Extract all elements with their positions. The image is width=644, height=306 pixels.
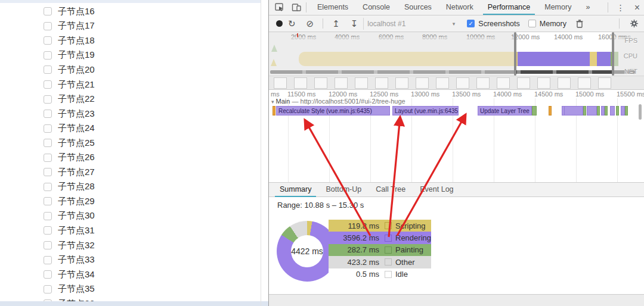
checkbox[interactable] <box>44 183 52 191</box>
trace-event-bar[interactable] <box>273 106 275 115</box>
screenshots-checkbox[interactable]: ✓ <box>467 20 475 27</box>
devtools-tab[interactable]: Memory <box>537 0 578 15</box>
trace-event-bar[interactable] <box>597 106 600 115</box>
flame-chart[interactable]: ms 11500 ms 12000 ms 12500 ms 13000 ms 1… <box>269 89 644 182</box>
screenshot-thumbnail[interactable] <box>578 77 591 89</box>
checkbox[interactable] <box>44 80 52 89</box>
checkbox[interactable] <box>44 36 52 45</box>
save-profile-icon[interactable]: ↧ <box>345 18 364 29</box>
list-item-label: 子节点30 <box>58 210 95 221</box>
separator <box>619 18 620 29</box>
cpu-activity-segment <box>518 52 590 66</box>
checkbox[interactable] <box>44 65 52 74</box>
devtools-tab[interactable]: Elements <box>310 0 355 15</box>
screenshot-thumbnail[interactable] <box>456 77 469 89</box>
screenshot-thumbnail[interactable] <box>335 77 348 89</box>
screenshot-thumbnail[interactable] <box>476 77 490 89</box>
list-item-label: 子节点27 <box>58 167 95 178</box>
main-track-name: Main <box>276 98 290 105</box>
trace-event-bar[interactable] <box>625 106 628 115</box>
timeline-overview[interactable]: 2000 ms 4000 ms 6000 ms 8000 ms 10000 ms… <box>269 32 644 76</box>
trace-event-bar[interactable] <box>610 106 615 115</box>
details-tab[interactable]: Bottom-Up <box>318 182 369 197</box>
load-profile-icon[interactable]: ↥ <box>327 18 345 29</box>
screenshot-thumbnail[interactable] <box>314 77 327 89</box>
trace-event-bar[interactable]: Layout (vue.min.js:6435) <box>392 106 459 115</box>
screenshot-thumbnail[interactable] <box>436 77 449 89</box>
trace-event-bar[interactable] <box>583 106 586 115</box>
screenshot-thumbnail[interactable] <box>395 77 408 89</box>
screenshot-thumbnail[interactable] <box>416 77 429 89</box>
details-tab[interactable]: Summary <box>273 182 318 197</box>
details-tab[interactable]: Event Log <box>413 182 460 197</box>
screenshot-thumbnail[interactable] <box>375 77 388 89</box>
screenshot-thumbnail[interactable] <box>274 77 287 89</box>
vertical-scrollbar-thumb[interactable] <box>639 104 642 120</box>
devtools-tab[interactable]: Sources <box>397 0 439 15</box>
legend-swatch <box>385 222 392 229</box>
screenshot-thumbnail[interactable] <box>355 77 368 89</box>
selection-handle-right[interactable] <box>612 32 614 76</box>
devtools-tab[interactable]: Performance <box>481 0 538 15</box>
checkbox[interactable] <box>44 124 52 133</box>
screenshot-thumbnail[interactable] <box>294 77 307 89</box>
main-thread-track-header[interactable]: ▾ Main — http://localhost:5001/#ui-2/tre… <box>271 98 405 105</box>
page-top-strip <box>0 0 261 3</box>
cpu-track-label: CPU <box>624 52 637 60</box>
detail-ruler-label: 12500 ms <box>370 90 398 98</box>
list-item-label: 子节点24 <box>58 123 95 134</box>
checkbox[interactable] <box>44 212 52 220</box>
checkbox[interactable] <box>44 22 52 30</box>
list-item-label: 子节点32 <box>58 240 95 251</box>
trace-event-bar[interactable] <box>621 106 625 115</box>
caret-down-icon[interactable]: ▾ <box>271 99 274 105</box>
clear-recording-icon[interactable]: ⊘ <box>301 18 320 29</box>
detail-ruler-label: 13000 ms <box>411 90 439 98</box>
checkbox[interactable] <box>44 168 52 176</box>
checkbox[interactable] <box>44 51 52 60</box>
checkbox[interactable] <box>44 197 52 205</box>
close-devtools-icon[interactable]: × <box>630 2 644 13</box>
screenshot-thumbnail[interactable] <box>598 77 611 89</box>
memory-checkbox[interactable] <box>528 20 536 27</box>
trace-event-bar[interactable]: Recalculate Style (vue.min.js:6435) <box>276 106 390 115</box>
devtools-tab[interactable]: Network <box>439 0 481 15</box>
checkbox[interactable] <box>44 95 52 104</box>
list-item-label: 子节点20 <box>58 64 95 76</box>
trace-event-bar[interactable] <box>549 106 552 115</box>
more-tabs-button[interactable]: » <box>578 0 597 15</box>
list-item: 子节点28 <box>0 180 256 195</box>
gear-icon[interactable] <box>628 18 640 29</box>
reload-and-record-icon[interactable]: ↻ <box>283 18 301 29</box>
trash-icon[interactable] <box>574 18 586 29</box>
capture-select[interactable]: localhost #1 ▾ <box>363 18 459 30</box>
screenshot-thumbnail[interactable] <box>537 77 550 89</box>
details-tab[interactable]: Call Tree <box>369 182 413 197</box>
screenshot-thumbnail[interactable] <box>558 77 571 89</box>
checkbox[interactable] <box>44 110 52 118</box>
list-item-label: 子节点22 <box>58 93 95 105</box>
screenshot-thumbnail[interactable] <box>517 77 530 89</box>
trace-event-bar[interactable] <box>616 106 619 115</box>
checkbox[interactable] <box>44 256 52 264</box>
checkbox[interactable] <box>44 241 52 249</box>
checkbox[interactable] <box>44 226 52 235</box>
screenshot-thumbnail[interactable] <box>497 77 510 89</box>
checkbox[interactable] <box>44 285 52 293</box>
legend-value: 119.8 ms <box>329 221 379 230</box>
trace-event-bar[interactable] <box>587 106 597 115</box>
devtools-tab[interactable]: Console <box>355 0 397 15</box>
trace-event-bar[interactable] <box>532 106 537 115</box>
checkbox[interactable] <box>44 139 52 147</box>
inspect-element-icon[interactable] <box>274 2 286 13</box>
selection-handle-left[interactable] <box>514 32 516 76</box>
checkbox[interactable] <box>44 270 52 279</box>
devtools-menu-icon[interactable]: ⋮ <box>612 3 630 13</box>
trace-event-bar[interactable]: Update Layer Tree <box>478 106 532 115</box>
record-button[interactable] <box>276 20 283 27</box>
trace-event-bar[interactable] <box>605 106 608 115</box>
checkbox[interactable] <box>44 7 52 15</box>
device-toolbar-icon[interactable] <box>290 2 302 13</box>
checkbox[interactable] <box>44 154 52 162</box>
trace-event-bar[interactable] <box>564 106 583 115</box>
